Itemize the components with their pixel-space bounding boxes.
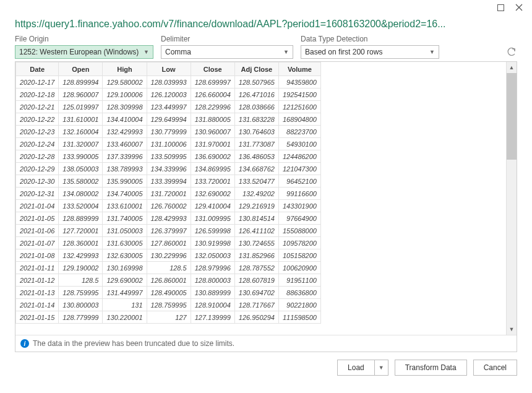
source-url: https://query1.finance.yahoo.com/v7/fina…	[0, 15, 532, 35]
table-cell: 121251600	[278, 101, 320, 113]
table-cell: 130.889999	[191, 287, 234, 299]
column-header[interactable]: Open	[59, 63, 103, 76]
table-cell: 127.139999	[191, 311, 234, 324]
table-cell: 129.190002	[59, 262, 103, 274]
column-header[interactable]: Adj Close	[234, 63, 278, 76]
table-row[interactable]: 2020-12-23132.160004132.429993130.779999…	[16, 126, 321, 138]
table-row[interactable]: 2020-12-18128.960007129.100006126.120003…	[16, 89, 321, 101]
table-cell: 131.852966	[234, 249, 278, 262]
window-maximize-icon[interactable]	[494, 1, 507, 14]
window-close-icon[interactable]	[512, 1, 526, 14]
data-type-detection-dropdown[interactable]: Based on first 200 rows ▼	[301, 45, 439, 59]
table-cell: 168904800	[278, 113, 320, 126]
scroll-down-icon[interactable]: ▼	[507, 324, 517, 335]
table-cell: 131.970001	[191, 138, 234, 150]
table-row[interactable]: 2021-01-14130.800003131128.759995128.910…	[16, 299, 321, 311]
table-cell: 136.486053	[234, 150, 278, 163]
table-cell: 2020-12-21	[16, 101, 59, 113]
column-header[interactable]: Volume	[278, 63, 320, 76]
column-header[interactable]: Close	[191, 63, 234, 76]
table-row[interactable]: 2021-01-07128.360001131.630005127.860001…	[16, 237, 321, 249]
table-cell: 2021-01-06	[16, 225, 59, 237]
table-cell: 131.720001	[147, 188, 191, 200]
table-cell: 130.694702	[234, 287, 278, 299]
table-row[interactable]: 2021-01-13128.759995131.449997128.490005…	[16, 287, 321, 299]
table-cell: 2020-12-24	[16, 138, 59, 150]
table-cell: 127	[147, 311, 191, 324]
vertical-scrollbar[interactable]: ▲ ▼	[506, 62, 517, 335]
refresh-icon[interactable]	[505, 46, 517, 59]
table-row[interactable]: 2021-01-04133.520004133.610001126.760002…	[16, 200, 321, 212]
table-cell: 130.814514	[234, 212, 278, 225]
column-header[interactable]: High	[103, 63, 147, 76]
table-row[interactable]: 2021-01-06127.720001131.050003126.379997…	[16, 225, 321, 237]
table-cell: 96452100	[278, 175, 320, 188]
table-cell: 131.009995	[191, 212, 234, 225]
table-cell: 130.960007	[191, 126, 234, 138]
table-cell: 128.429993	[147, 212, 191, 225]
table-cell: 129.100006	[103, 89, 147, 101]
table-cell: 125.019997	[59, 101, 103, 113]
load-button[interactable]: Load	[337, 360, 374, 376]
table-row[interactable]: 2020-12-28133.990005137.339996133.509995…	[16, 150, 321, 163]
table-row[interactable]: 2020-12-24131.320007133.460007131.100006…	[16, 138, 321, 150]
table-cell: 130.229996	[147, 249, 191, 262]
table-row[interactable]: 2020-12-31134.080002134.740005131.720001…	[16, 188, 321, 200]
table-row[interactable]: 2021-01-15128.779999130.220001127127.139…	[16, 311, 321, 324]
table-cell: 124486200	[278, 150, 320, 163]
table-row[interactable]: 2021-01-05128.889999131.740005128.429993…	[16, 212, 321, 225]
table-row[interactable]: 2020-12-17128.899994129.580002128.039993…	[16, 76, 321, 89]
table-cell: 129.649994	[147, 113, 191, 126]
table-cell: 133.520004	[59, 200, 103, 212]
table-cell: 138.050003	[59, 163, 103, 175]
table-cell: 128.5	[59, 274, 103, 287]
table-row[interactable]: 2020-12-21125.019997128.309998123.449997…	[16, 101, 321, 113]
table-cell: 128.899994	[59, 76, 103, 89]
table-cell: 132.050003	[191, 249, 234, 262]
table-cell: 130.779999	[147, 126, 191, 138]
table-cell: 133.610001	[103, 200, 147, 212]
table-cell: 99116600	[278, 188, 320, 200]
scroll-up-icon[interactable]: ▲	[507, 62, 517, 73]
table-cell: 131.320007	[59, 138, 103, 150]
table-cell: 128.960007	[59, 89, 103, 101]
table-cell: 100620900	[278, 262, 320, 274]
table-cell: 127.720001	[59, 225, 103, 237]
table-row[interactable]: 2021-01-11129.190002130.169998128.5128.9…	[16, 262, 321, 274]
table-cell: 123.449997	[147, 101, 191, 113]
table-cell: 133.520477	[234, 175, 278, 188]
file-origin-value: 1252: Western European (Windows)	[19, 48, 139, 56]
transform-data-button[interactable]: Transform Data	[395, 360, 467, 376]
table-cell: 131.740005	[103, 212, 147, 225]
delimiter-value: Comma	[165, 48, 191, 56]
table-cell: 88223700	[278, 126, 320, 138]
scrollbar-thumb[interactable]	[507, 73, 517, 160]
table-cell: 131	[103, 299, 147, 311]
table-row[interactable]: 2021-01-12128.5129.690002126.860001128.8…	[16, 274, 321, 287]
table-cell: 2021-01-13	[16, 287, 59, 299]
table-cell: 129.410004	[191, 200, 234, 212]
delimiter-dropdown[interactable]: Comma ▼	[161, 45, 293, 59]
table-cell: 131.880005	[191, 113, 234, 126]
column-header[interactable]: Date	[16, 63, 59, 76]
truncation-text: The data in the preview has been truncat…	[33, 339, 234, 348]
file-origin-dropdown[interactable]: 1252: Western European (Windows) ▼	[15, 45, 153, 59]
table-row[interactable]: 2020-12-22131.610001134.410004129.649994…	[16, 113, 321, 126]
table-row[interactable]: 2020-12-29138.050003138.789993134.339996…	[16, 163, 321, 175]
table-cell: 131.100006	[147, 138, 191, 150]
load-dropdown-button[interactable]: ▼	[374, 360, 388, 376]
table-cell: 133.460007	[103, 138, 147, 150]
table-cell: 126.411102	[234, 225, 278, 237]
table-row[interactable]: 2021-01-08132.429993132.630005130.229996…	[16, 249, 321, 262]
table-cell: 128.910004	[191, 299, 234, 311]
table-cell: 137.339996	[103, 150, 147, 163]
scrollbar-track[interactable]	[507, 73, 517, 324]
column-header[interactable]: Low	[147, 63, 191, 76]
table-row[interactable]: 2020-12-30135.580002135.990005133.399994…	[16, 175, 321, 188]
table-cell: 105158200	[278, 249, 320, 262]
table-cell: 135.990005	[103, 175, 147, 188]
table-cell: 128.309998	[103, 101, 147, 113]
table-cell: 121047300	[278, 163, 320, 175]
table-cell: 126.120003	[147, 89, 191, 101]
cancel-button[interactable]: Cancel	[473, 360, 517, 376]
